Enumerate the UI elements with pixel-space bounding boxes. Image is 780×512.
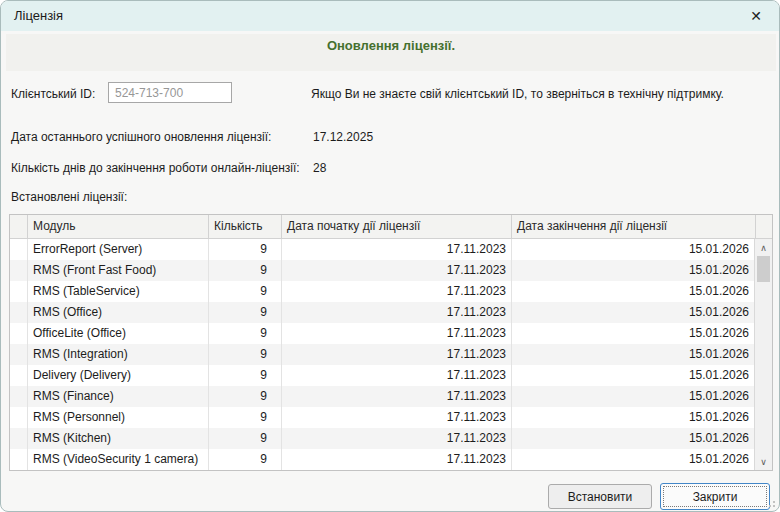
row-selector-cell [10, 239, 28, 260]
window-title: Ліцензія [14, 1, 63, 31]
scrollbar-thumb[interactable] [757, 256, 770, 282]
start-date-cell: 17.11.2023 [282, 407, 512, 428]
count-cell: 9 [209, 449, 282, 470]
header-band: Оновлення ліцензії. [6, 34, 776, 71]
licenses-table: Модуль Кількість Дата початку дії ліценз… [9, 214, 773, 471]
table-row[interactable]: RMS (Personnel) 9 17.11.2023 15.01.2026 [10, 407, 754, 428]
days-remaining-label: Кількість днів до закінчення роботи онла… [11, 161, 300, 175]
module-cell: RMS (VideoSecurity 1 camera) [28, 449, 209, 470]
end-date-cell: 15.01.2026 [512, 260, 754, 281]
module-cell: RMS (Front Fast Food) [28, 260, 209, 281]
client-id-label: Клієнтський ID: [11, 87, 95, 101]
start-date-cell: 17.11.2023 [282, 323, 512, 344]
module-cell: RMS (Integration) [28, 344, 209, 365]
table-row[interactable]: ErrorReport (Server) 9 17.11.2023 15.01.… [10, 239, 754, 260]
license-dialog: Ліцензія ✕ Оновлення ліцензії. Клієнтськ… [0, 0, 780, 512]
column-header-selector[interactable] [10, 215, 28, 238]
count-cell: 9 [209, 260, 282, 281]
table-row[interactable]: RMS (Front Fast Food) 9 17.11.2023 15.01… [10, 260, 754, 281]
start-date-cell: 17.11.2023 [282, 302, 512, 323]
row-selector-cell [10, 344, 28, 365]
resize-grip[interactable] [766, 498, 775, 507]
start-date-cell: 17.11.2023 [282, 344, 512, 365]
column-header-spacer [756, 215, 772, 238]
table-row[interactable]: RMS (Kitchen) 9 17.11.2023 15.01.2026 [10, 428, 754, 449]
start-date-cell: 17.11.2023 [282, 281, 512, 302]
end-date-cell: 15.01.2026 [512, 239, 754, 260]
last-update-label: Дата останнього успішного оновлення ліце… [11, 130, 271, 144]
close-button[interactable]: Закрити [660, 483, 770, 510]
column-header-start-date[interactable]: Дата початку дії ліцензії [282, 215, 512, 238]
title-bar: Ліцензія ✕ [1, 1, 779, 31]
count-cell: 9 [209, 365, 282, 386]
end-date-cell: 15.01.2026 [512, 365, 754, 386]
module-cell: RMS (Personnel) [28, 407, 209, 428]
count-cell: 9 [209, 407, 282, 428]
row-selector-cell [10, 302, 28, 323]
client-id-input[interactable] [108, 82, 232, 103]
end-date-cell: 15.01.2026 [512, 344, 754, 365]
client-id-hint: Якщо Ви не знаєте свій клієнтський ID, т… [311, 87, 724, 101]
module-cell: OfficeLite (Office) [28, 323, 209, 344]
table-body: ErrorReport (Server) 9 17.11.2023 15.01.… [10, 239, 755, 470]
end-date-cell: 15.01.2026 [512, 407, 754, 428]
end-date-cell: 15.01.2026 [512, 323, 754, 344]
scroll-down-icon[interactable]: ∨ [755, 453, 772, 470]
end-date-cell: 15.01.2026 [512, 281, 754, 302]
start-date-cell: 17.11.2023 [282, 449, 512, 470]
start-date-cell: 17.11.2023 [282, 239, 512, 260]
count-cell: 9 [209, 344, 282, 365]
column-header-count[interactable]: Кількість [209, 215, 282, 238]
module-cell: Delivery (Delivery) [28, 365, 209, 386]
start-date-cell: 17.11.2023 [282, 365, 512, 386]
module-cell: RMS (Kitchen) [28, 428, 209, 449]
table-row[interactable]: RMS (Integration) 9 17.11.2023 15.01.202… [10, 344, 754, 365]
column-header-module[interactable]: Модуль [28, 215, 209, 238]
table-row[interactable]: OfficeLite (Office) 9 17.11.2023 15.01.2… [10, 323, 754, 344]
row-selector-cell [10, 281, 28, 302]
column-header-end-date[interactable]: Дата закінчення дії ліцензії [512, 215, 756, 238]
row-selector-cell [10, 323, 28, 344]
table-row[interactable]: RMS (TableService) 9 17.11.2023 15.01.20… [10, 281, 754, 302]
end-date-cell: 15.01.2026 [512, 428, 754, 449]
count-cell: 9 [209, 302, 282, 323]
row-selector-cell [10, 407, 28, 428]
end-date-cell: 15.01.2026 [512, 386, 754, 407]
module-cell: RMS (Finance) [28, 386, 209, 407]
table-row[interactable]: RMS (Office) 9 17.11.2023 15.01.2026 [10, 302, 754, 323]
focus-ring [663, 486, 767, 507]
scrollbar-track[interactable] [755, 282, 772, 453]
install-button[interactable]: Встановити [548, 484, 652, 509]
last-update-value: 17.12.2025 [313, 130, 373, 144]
row-selector-cell [10, 428, 28, 449]
start-date-cell: 17.11.2023 [282, 428, 512, 449]
days-remaining-value: 28 [313, 161, 326, 175]
count-cell: 9 [209, 323, 282, 344]
close-icon[interactable]: ✕ [739, 1, 773, 31]
count-cell: 9 [209, 386, 282, 407]
table-row[interactable]: RMS (Finance) 9 17.11.2023 15.01.2026 [10, 386, 754, 407]
start-date-cell: 17.11.2023 [282, 260, 512, 281]
count-cell: 9 [209, 281, 282, 302]
page-title: Оновлення ліцензії. [327, 38, 455, 53]
module-cell: ErrorReport (Server) [28, 239, 209, 260]
table-header-row: Модуль Кількість Дата початку дії ліценз… [10, 215, 772, 239]
row-selector-cell [10, 449, 28, 470]
module-cell: RMS (Office) [28, 302, 209, 323]
row-selector-cell [10, 386, 28, 407]
row-selector-cell [10, 365, 28, 386]
start-date-cell: 17.11.2023 [282, 386, 512, 407]
module-cell: RMS (TableService) [28, 281, 209, 302]
table-row[interactable]: Delivery (Delivery) 9 17.11.2023 15.01.2… [10, 365, 754, 386]
table-row[interactable]: RMS (VideoSecurity 1 camera) 9 17.11.202… [10, 449, 754, 470]
end-date-cell: 15.01.2026 [512, 449, 754, 470]
row-selector-cell [10, 260, 28, 281]
end-date-cell: 15.01.2026 [512, 302, 754, 323]
installed-licenses-label: Встановлені ліцензії: [11, 190, 127, 204]
scroll-up-icon[interactable]: ∧ [755, 239, 772, 256]
count-cell: 9 [209, 428, 282, 449]
count-cell: 9 [209, 239, 282, 260]
vertical-scrollbar[interactable]: ∧ ∨ [755, 239, 772, 470]
